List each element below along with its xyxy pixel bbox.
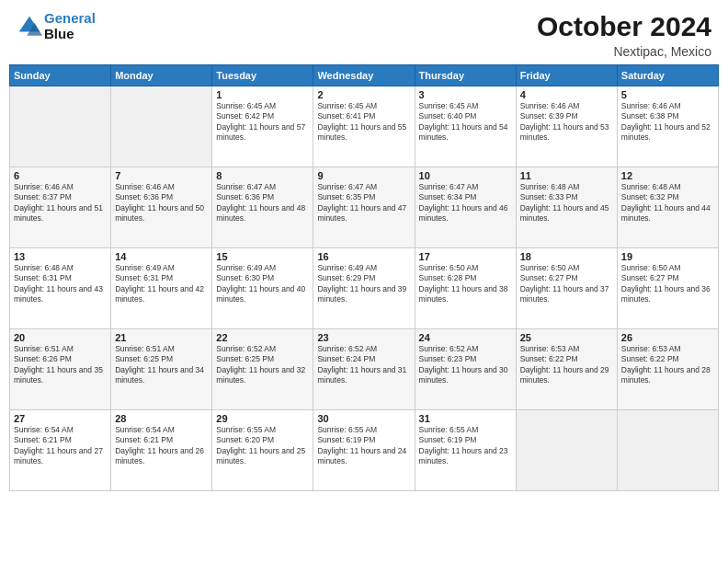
cal-cell: 22Sunrise: 6:52 AM Sunset: 6:25 PM Dayli…: [212, 329, 313, 410]
cal-cell: 21Sunrise: 6:51 AM Sunset: 6:25 PM Dayli…: [111, 329, 212, 410]
day-number: 28: [115, 413, 208, 424]
day-number: 11: [520, 170, 613, 181]
cal-cell: 13Sunrise: 6:48 AM Sunset: 6:31 PM Dayli…: [10, 248, 111, 329]
cal-cell: 1Sunrise: 6:45 AM Sunset: 6:42 PM Daylig…: [212, 86, 313, 167]
cal-cell: 15Sunrise: 6:49 AM Sunset: 6:30 PM Dayli…: [212, 248, 313, 329]
cal-cell: 4Sunrise: 6:46 AM Sunset: 6:39 PM Daylig…: [516, 86, 617, 167]
cell-info: Sunrise: 6:47 AM Sunset: 6:35 PM Dayligh…: [317, 182, 410, 224]
cal-cell: 24Sunrise: 6:52 AM Sunset: 6:23 PM Dayli…: [415, 329, 516, 410]
cal-cell: 16Sunrise: 6:49 AM Sunset: 6:29 PM Dayli…: [313, 248, 415, 329]
week-row-5: 27Sunrise: 6:54 AM Sunset: 6:21 PM Dayli…: [10, 410, 719, 491]
cell-info: Sunrise: 6:51 AM Sunset: 6:25 PM Dayligh…: [115, 344, 208, 386]
cal-cell: 31Sunrise: 6:55 AM Sunset: 6:19 PM Dayli…: [415, 410, 516, 491]
cell-info: Sunrise: 6:50 AM Sunset: 6:27 PM Dayligh…: [520, 263, 613, 305]
day-number: 14: [115, 251, 208, 262]
cell-info: Sunrise: 6:46 AM Sunset: 6:38 PM Dayligh…: [621, 101, 714, 144]
cell-info: Sunrise: 6:45 AM Sunset: 6:41 PM Dayligh…: [317, 101, 410, 144]
cal-cell: 29Sunrise: 6:55 AM Sunset: 6:20 PM Dayli…: [212, 410, 313, 491]
logo-icon: [17, 14, 42, 40]
cell-info: Sunrise: 6:49 AM Sunset: 6:31 PM Dayligh…: [115, 263, 208, 305]
day-number: 26: [621, 332, 714, 343]
cell-info: Sunrise: 6:55 AM Sunset: 6:20 PM Dayligh…: [216, 425, 309, 467]
cal-cell: 28Sunrise: 6:54 AM Sunset: 6:21 PM Dayli…: [111, 410, 212, 491]
day-number: 24: [419, 332, 512, 343]
cal-cell: 26Sunrise: 6:53 AM Sunset: 6:22 PM Dayli…: [617, 329, 718, 410]
day-number: 27: [14, 413, 107, 424]
week-row-3: 13Sunrise: 6:48 AM Sunset: 6:31 PM Dayli…: [10, 248, 719, 329]
cell-info: Sunrise: 6:54 AM Sunset: 6:21 PM Dayligh…: [115, 425, 208, 467]
cal-cell: 25Sunrise: 6:53 AM Sunset: 6:22 PM Dayli…: [516, 329, 617, 410]
day-number: 13: [14, 251, 107, 262]
cal-cell: [617, 410, 718, 491]
cell-info: Sunrise: 6:46 AM Sunset: 6:36 PM Dayligh…: [115, 182, 208, 224]
weekday-header-saturday: Saturday: [617, 65, 718, 86]
calendar-body: 1Sunrise: 6:45 AM Sunset: 6:42 PM Daylig…: [10, 86, 719, 491]
week-row-4: 20Sunrise: 6:51 AM Sunset: 6:26 PM Dayli…: [10, 329, 719, 410]
cal-cell: 20Sunrise: 6:51 AM Sunset: 6:26 PM Dayli…: [10, 329, 111, 410]
cell-info: Sunrise: 6:48 AM Sunset: 6:32 PM Dayligh…: [621, 182, 714, 224]
day-number: 22: [216, 332, 309, 343]
cell-info: Sunrise: 6:53 AM Sunset: 6:22 PM Dayligh…: [520, 344, 613, 386]
cell-info: Sunrise: 6:49 AM Sunset: 6:30 PM Dayligh…: [216, 263, 309, 305]
calendar-header: SundayMondayTuesdayWednesdayThursdayFrid…: [10, 65, 719, 86]
cell-info: Sunrise: 6:49 AM Sunset: 6:29 PM Dayligh…: [317, 263, 410, 305]
day-number: 10: [419, 170, 512, 181]
day-number: 17: [419, 251, 512, 262]
cell-info: Sunrise: 6:50 AM Sunset: 6:27 PM Dayligh…: [621, 263, 714, 305]
day-number: 2: [317, 89, 410, 100]
day-number: 20: [14, 332, 107, 343]
cal-cell: 11Sunrise: 6:48 AM Sunset: 6:33 PM Dayli…: [516, 167, 617, 248]
cell-info: Sunrise: 6:45 AM Sunset: 6:42 PM Dayligh…: [216, 101, 309, 144]
calendar-container: SundayMondayTuesdayWednesdayThursdayFrid…: [9, 64, 719, 556]
logo: General Blue: [17, 11, 96, 41]
day-number: 18: [520, 251, 613, 262]
day-number: 25: [520, 332, 613, 343]
cal-cell: 19Sunrise: 6:50 AM Sunset: 6:27 PM Dayli…: [617, 248, 718, 329]
cal-cell: 6Sunrise: 6:46 AM Sunset: 6:37 PM Daylig…: [10, 167, 111, 248]
day-number: 23: [317, 332, 410, 343]
cell-info: Sunrise: 6:46 AM Sunset: 6:39 PM Dayligh…: [520, 101, 613, 144]
weekday-header-wednesday: Wednesday: [313, 65, 415, 86]
month-title: October 2024: [537, 11, 711, 42]
cal-cell: 2Sunrise: 6:45 AM Sunset: 6:41 PM Daylig…: [313, 86, 415, 167]
page: General Blue October 2024 Nextipac, Mexi…: [0, 0, 728, 563]
cell-info: Sunrise: 6:52 AM Sunset: 6:24 PM Dayligh…: [317, 344, 410, 386]
cal-cell: 17Sunrise: 6:50 AM Sunset: 6:28 PM Dayli…: [415, 248, 516, 329]
cal-cell: [516, 410, 617, 491]
cell-info: Sunrise: 6:54 AM Sunset: 6:21 PM Dayligh…: [14, 425, 107, 467]
day-number: 16: [317, 251, 410, 262]
cell-info: Sunrise: 6:50 AM Sunset: 6:28 PM Dayligh…: [419, 263, 512, 305]
day-number: 9: [317, 170, 410, 181]
day-number: 15: [216, 251, 309, 262]
cal-cell: 9Sunrise: 6:47 AM Sunset: 6:35 PM Daylig…: [313, 167, 415, 248]
cal-cell: 10Sunrise: 6:47 AM Sunset: 6:34 PM Dayli…: [415, 167, 516, 248]
cell-info: Sunrise: 6:53 AM Sunset: 6:22 PM Dayligh…: [621, 344, 714, 386]
cal-cell: [10, 86, 111, 167]
day-number: 12: [621, 170, 714, 181]
day-number: 1: [216, 89, 309, 100]
cal-cell: 12Sunrise: 6:48 AM Sunset: 6:32 PM Dayli…: [617, 167, 718, 248]
cal-cell: 18Sunrise: 6:50 AM Sunset: 6:27 PM Dayli…: [516, 248, 617, 329]
cal-cell: 3Sunrise: 6:45 AM Sunset: 6:40 PM Daylig…: [415, 86, 516, 167]
day-number: 21: [115, 332, 208, 343]
cal-cell: [111, 86, 212, 167]
cal-cell: 27Sunrise: 6:54 AM Sunset: 6:21 PM Dayli…: [10, 410, 111, 491]
cell-info: Sunrise: 6:47 AM Sunset: 6:34 PM Dayligh…: [419, 182, 512, 224]
weekday-header-friday: Friday: [516, 65, 617, 86]
cell-info: Sunrise: 6:48 AM Sunset: 6:31 PM Dayligh…: [14, 263, 107, 305]
day-number: 29: [216, 413, 309, 424]
week-row-1: 1Sunrise: 6:45 AM Sunset: 6:42 PM Daylig…: [10, 86, 719, 167]
day-number: 3: [419, 89, 512, 100]
day-number: 31: [419, 413, 512, 424]
cal-cell: 5Sunrise: 6:46 AM Sunset: 6:38 PM Daylig…: [617, 86, 718, 167]
weekday-header-thursday: Thursday: [415, 65, 516, 86]
cell-info: Sunrise: 6:48 AM Sunset: 6:33 PM Dayligh…: [520, 182, 613, 224]
weekday-header-tuesday: Tuesday: [212, 65, 313, 86]
cell-info: Sunrise: 6:47 AM Sunset: 6:36 PM Dayligh…: [216, 182, 309, 224]
day-number: 7: [115, 170, 208, 181]
cell-info: Sunrise: 6:46 AM Sunset: 6:37 PM Dayligh…: [14, 182, 107, 224]
cal-cell: 7Sunrise: 6:46 AM Sunset: 6:36 PM Daylig…: [111, 167, 212, 248]
week-row-2: 6Sunrise: 6:46 AM Sunset: 6:37 PM Daylig…: [10, 167, 719, 248]
day-number: 5: [621, 89, 714, 100]
cell-info: Sunrise: 6:55 AM Sunset: 6:19 PM Dayligh…: [419, 425, 512, 467]
